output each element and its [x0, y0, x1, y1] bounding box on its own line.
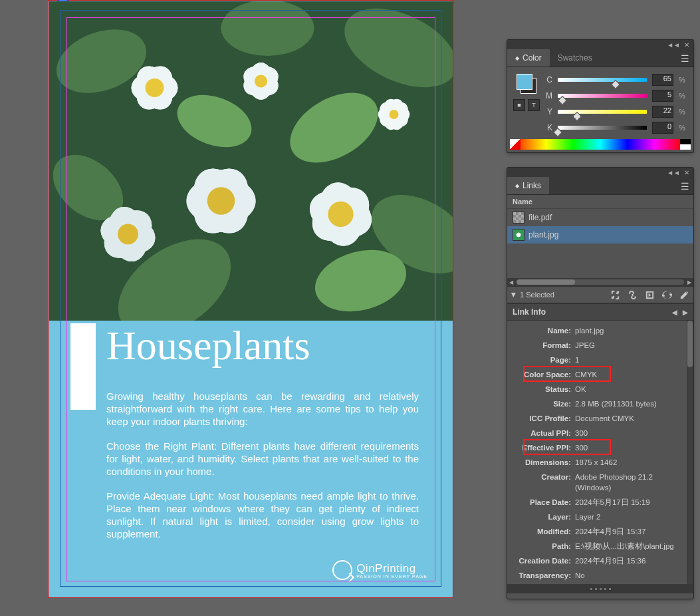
info-value: 2.8 MB (2911301 bytes)	[571, 398, 688, 409]
info-value: OK	[571, 384, 688, 394]
slider-label: K	[544, 123, 552, 132]
link-info-row: Format:JPEG	[510, 338, 691, 353]
svg-point-44	[118, 224, 138, 245]
info-label: Effective PPI:	[513, 442, 571, 453]
collapse-icon[interactable]: ◄◄	[667, 41, 680, 49]
info-value: plant.jpg	[571, 325, 688, 336]
slider-track[interactable]	[558, 108, 647, 115]
link-name: plant.jpg	[528, 230, 558, 239]
edit-original-icon[interactable]	[679, 289, 689, 300]
close-icon[interactable]: ✕	[684, 169, 689, 176]
link-info-row: Transparency:No	[510, 568, 691, 581]
info-value: E:\视频\从...出\素材\plant.jpg	[571, 541, 688, 551]
slider-Y[interactable]: Y22%	[544, 106, 687, 118]
selection-count[interactable]: ▶ 1 Selected	[511, 291, 554, 299]
brand-tagline: PASSION IN EVERY PAGE	[356, 574, 427, 579]
link-info-row: Effective PPI:300	[510, 440, 691, 455]
link-info-row: Place Date:2024年5月17日 15:19	[510, 495, 691, 510]
slider-unit: %	[679, 124, 687, 132]
links-scrollbar[interactable]: ◀ ▶	[507, 278, 693, 286]
link-item[interactable]: plant.jpg	[507, 226, 693, 243]
panel-menu-icon[interactable]: ☰	[681, 181, 689, 192]
prev-link-icon[interactable]: ◀	[672, 309, 677, 316]
info-value: 300	[571, 428, 688, 438]
info-value: CMYK	[571, 369, 688, 380]
link-info-row: Page:1	[510, 353, 691, 367]
slider-track[interactable]	[558, 92, 647, 99]
scroll-left-icon[interactable]: ◀	[507, 278, 515, 286]
link-info-row: Status:OK	[510, 382, 691, 396]
links-column-header: Name	[507, 195, 693, 209]
slider-M[interactable]: M5%	[544, 90, 687, 102]
slider-value-input[interactable]: 5	[652, 90, 673, 102]
text-block-area: Houseplants Growing healthy houseplants …	[49, 321, 453, 597]
scroll-right-icon[interactable]: ▶	[685, 278, 693, 286]
link-info-row: Name:plant.jpg	[510, 323, 691, 338]
color-panel: ◄◄ ✕ Color Swatches ☰ ■ T C65%M5%Y22%K0%	[507, 40, 693, 152]
info-value: 2024年5月17日 15:19	[571, 497, 688, 508]
tab-color[interactable]: Color	[507, 49, 550, 67]
link-info-row: ICC Profile:Document CMYK	[510, 411, 691, 426]
info-value: No	[571, 570, 688, 581]
expand-icon[interactable]: ▶	[511, 293, 517, 297]
info-scrollbar[interactable]	[687, 321, 693, 584]
info-value: Document CMYK	[571, 413, 688, 424]
brand-logo-icon	[332, 560, 352, 580]
slider-K[interactable]: K0%	[544, 122, 687, 134]
link-info-list: Name:plant.jpgFormat:JPEGPage:1Color Spa…	[510, 323, 691, 581]
info-value: 300	[571, 442, 688, 453]
tab-swatches[interactable]: Swatches	[550, 49, 600, 67]
update-link-icon[interactable]	[661, 289, 672, 300]
next-link-icon[interactable]: ▶	[683, 309, 688, 316]
slider-value-input[interactable]: 65	[652, 74, 673, 86]
slider-C[interactable]: C65%	[544, 74, 687, 86]
link-item[interactable]: file.pdf	[507, 209, 693, 226]
slider-unit: %	[679, 108, 687, 116]
link-info-row: Layer:Layer 2	[510, 510, 691, 524]
link-name: file.pdf	[528, 213, 552, 222]
info-value: 2024年4月9日 15:36	[571, 555, 688, 566]
fill-stroke-swatch[interactable]	[517, 74, 536, 94]
slider-unit: %	[679, 92, 687, 100]
slider-value-input[interactable]: 22	[652, 106, 673, 118]
body-paragraph: Choose the Right Plant: Different plants…	[106, 440, 419, 478]
panel-menu-icon[interactable]: ☰	[681, 53, 689, 64]
link-info-row: Color Space:CMYK	[510, 367, 691, 382]
info-label: ICC Profile:	[513, 413, 571, 424]
container-toggle-icon[interactable]: ■	[513, 99, 525, 111]
info-label: Layer:	[513, 512, 571, 522]
info-label: Name:	[513, 325, 571, 336]
info-label: Size:	[513, 398, 571, 409]
slider-label: Y	[544, 107, 552, 116]
info-label: Creator:	[513, 472, 571, 493]
links-panel: ◄◄ ✕ Links ☰ Name file.pdfplant.jpg ◀ ▶ …	[507, 168, 693, 599]
svg-point-50	[390, 110, 399, 119]
relink-cc-icon[interactable]	[610, 289, 620, 300]
artboard-container: Houseplants Growing healthy houseplants …	[48, 0, 453, 616]
close-icon[interactable]: ✕	[684, 41, 689, 49]
info-value: Adobe Photoshop 21.2 (Windows)	[571, 472, 688, 493]
info-label: Page:	[513, 355, 571, 365]
slider-value-input[interactable]: 0	[652, 122, 673, 134]
link-info-row: Creator:Adobe Photoshop 21.2 (Windows)	[510, 470, 691, 495]
document-title[interactable]: Houseplants	[106, 322, 310, 369]
collapse-icon[interactable]: ◄◄	[667, 169, 680, 176]
color-panel-tabs: Color Swatches ☰	[507, 49, 693, 67]
info-value: 1	[571, 355, 688, 365]
slider-track[interactable]	[558, 77, 647, 83]
tab-links[interactable]: Links	[507, 177, 549, 194]
panel-resize-grip[interactable]	[507, 584, 693, 593]
relink-icon[interactable]	[627, 289, 638, 300]
slider-track[interactable]	[558, 124, 647, 131]
bleed-outline: Houseplants Growing healthy houseplants …	[48, 0, 453, 598]
link-info-row: Actual PPI:300	[510, 426, 691, 440]
body-paragraph: Provide Adequate Light: Most houseplants…	[106, 490, 419, 540]
panel-top-controls: ◄◄ ✕	[507, 40, 693, 49]
document-body[interactable]: Growing healthy houseplants can be rewar…	[106, 390, 419, 552]
text-toggle-icon[interactable]: T	[528, 99, 540, 111]
brand-logo: QinPrinting PASSION IN EVERY PAGE	[332, 560, 427, 580]
spectrum-ramp[interactable]	[510, 139, 691, 150]
info-label: Place Date:	[513, 497, 571, 508]
go-to-link-icon[interactable]	[644, 289, 655, 300]
placed-image[interactable]	[49, 1, 453, 321]
